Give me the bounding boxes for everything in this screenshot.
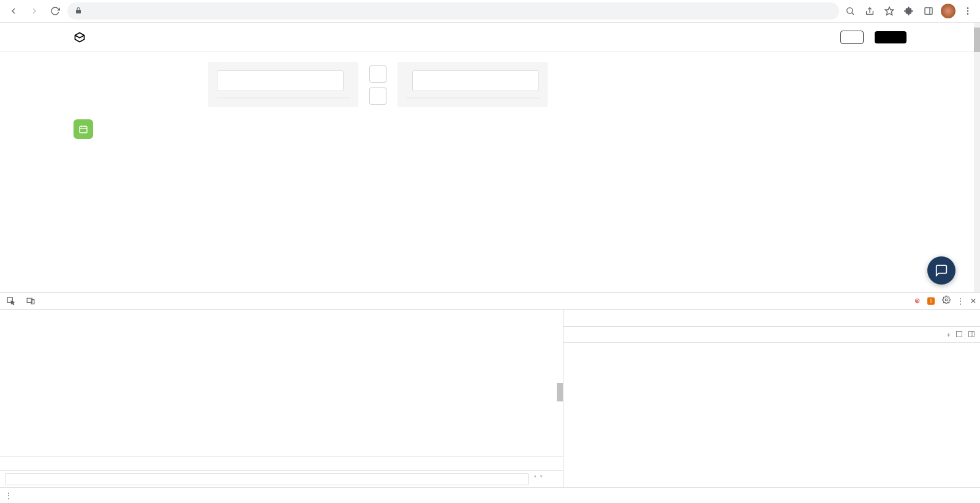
back-button[interactable] xyxy=(5,2,22,20)
svg-point-4 xyxy=(967,7,969,9)
move-right-button[interactable] xyxy=(369,88,386,105)
footer-book-demo[interactable] xyxy=(74,119,99,139)
footer xyxy=(0,107,980,139)
close-devtools-icon[interactable]: ✕ xyxy=(970,297,976,305)
dom-breadcrumb[interactable] xyxy=(0,456,563,470)
sidepanel-icon[interactable] xyxy=(921,4,936,18)
errors-badge[interactable]: ⊗ xyxy=(914,297,921,305)
site-topnav xyxy=(0,23,980,52)
devtools-tabs: ⊗ ! ⋮ ✕ xyxy=(0,292,980,310)
sidebar xyxy=(74,52,196,107)
more-icon[interactable]: ⋮ xyxy=(957,297,964,305)
svg-rect-15 xyxy=(957,331,962,337)
reload-button[interactable] xyxy=(47,2,64,20)
lock-icon xyxy=(75,7,82,16)
dom-search-row: ˄ ˅ xyxy=(0,470,563,487)
elements-panel: ˄ ˅ xyxy=(0,310,564,487)
devtools: ⊗ ! ⋮ ✕ ˄ ˅ xyxy=(0,292,980,503)
settings-icon[interactable] xyxy=(942,296,951,306)
zoom-icon[interactable] xyxy=(843,4,858,18)
svg-rect-16 xyxy=(969,331,974,337)
styles-panel: + xyxy=(564,310,980,487)
dom-tree[interactable] xyxy=(0,310,563,456)
computed-styles-icon[interactable] xyxy=(956,330,963,339)
playground-main xyxy=(196,52,907,107)
svg-point-14 xyxy=(945,299,948,301)
svg-point-6 xyxy=(967,13,969,15)
dom-search-input[interactable] xyxy=(5,473,529,485)
page-viewport xyxy=(0,23,980,292)
warnings-badge[interactable]: ! xyxy=(927,297,936,305)
calendar-icon xyxy=(74,119,93,139)
new-rule-icon[interactable]: + xyxy=(947,331,951,338)
device-toolbar-icon[interactable] xyxy=(23,294,38,308)
svg-marker-1 xyxy=(885,7,893,15)
page-scrollbar[interactable] xyxy=(974,23,980,292)
share-icon[interactable] xyxy=(862,4,877,18)
chat-bubble-button[interactable] xyxy=(927,256,956,285)
svg-rect-2 xyxy=(925,8,932,15)
dom-scrollbar-thumb[interactable] xyxy=(557,383,563,401)
drawer-menu-icon[interactable]: ⋮ xyxy=(5,491,12,500)
svg-point-5 xyxy=(967,10,969,12)
devtools-drawer: ⋮ xyxy=(0,487,980,503)
kebab-menu-icon[interactable] xyxy=(960,4,975,18)
search-prev-icon[interactable]: ˄ xyxy=(533,475,537,483)
svg-point-0 xyxy=(847,8,853,13)
browser-right-icons xyxy=(843,4,975,18)
forward-button[interactable] xyxy=(26,2,43,20)
book-demo-button[interactable] xyxy=(840,31,864,44)
address-bar[interactable] xyxy=(67,2,839,20)
toggle-sidebar-icon[interactable] xyxy=(968,330,975,339)
styles-filter-input[interactable] xyxy=(568,331,932,338)
profile-avatar[interactable] xyxy=(941,4,956,18)
brand-logo[interactable] xyxy=(74,31,89,43)
inspect-element-icon[interactable] xyxy=(4,294,18,308)
left-list-panel xyxy=(208,62,358,107)
star-icon[interactable] xyxy=(882,4,897,18)
move-left-button[interactable] xyxy=(369,65,386,83)
right-search-input[interactable] xyxy=(412,70,539,91)
extensions-icon[interactable] xyxy=(902,4,916,18)
search-next-icon[interactable]: ˅ xyxy=(540,475,543,483)
description-text xyxy=(208,50,907,56)
browser-toolbar xyxy=(0,0,980,23)
svg-rect-7 xyxy=(80,126,87,133)
right-list-panel xyxy=(398,62,548,107)
left-search-input[interactable] xyxy=(217,70,344,91)
signup-button[interactable] xyxy=(875,31,907,43)
